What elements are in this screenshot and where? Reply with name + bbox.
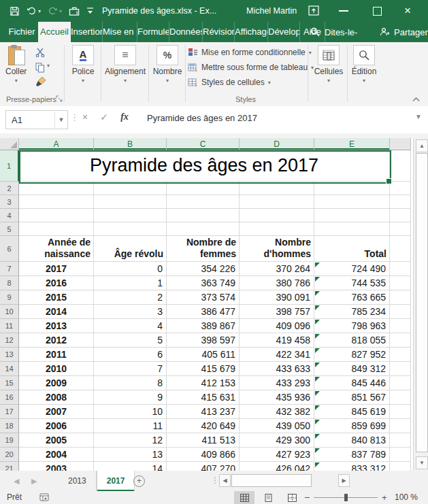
vertical-scrollbar[interactable]: ▲ ▼ (413, 138, 428, 471)
cell-D16[interactable]: 435 936 (240, 390, 314, 405)
menu-item-cell-styles[interactable]: Styles de cellules▾ (188, 75, 314, 90)
toolbox-icon[interactable] (69, 6, 80, 16)
cell-D9[interactable]: 390 091 (240, 290, 314, 305)
collapse-ribbon-chevron-icon[interactable] (412, 97, 420, 102)
cell-partial[interactable] (390, 195, 411, 209)
cell-A13[interactable]: 2011 (19, 348, 94, 362)
row-header-17[interactable]: 17 (0, 405, 19, 419)
tab-insertion[interactable]: Insertion (71, 22, 103, 42)
cell-E12[interactable]: 818 055 (314, 333, 390, 348)
cell-B2[interactable] (94, 182, 167, 195)
cell-D19[interactable]: 429 300 (240, 433, 314, 448)
cell-B16[interactable]: 9 (94, 390, 167, 405)
cell-partial[interactable] (390, 433, 411, 448)
cell-E19[interactable]: 840 813 (314, 433, 390, 448)
cell-A2[interactable] (19, 182, 94, 195)
alignment-group-button[interactable]: ≡ Alignement ▾ (103, 45, 148, 84)
cell-C5[interactable] (167, 222, 240, 236)
vertical-scrollbar-thumb[interactable] (416, 153, 428, 452)
cell-D11[interactable]: 409 096 (240, 319, 314, 333)
customize-qat-chevron-icon[interactable] (87, 7, 93, 15)
cell-D10[interactable]: 398 757 (240, 305, 314, 319)
next-sheet-arrow-icon[interactable]: ▶ (31, 477, 37, 486)
row-header-14[interactable]: 14 (0, 362, 19, 376)
cell-partial[interactable] (390, 209, 411, 222)
expand-formula-bar-chevron-icon[interactable]: ▼ (415, 113, 422, 120)
column-header-C[interactable]: C (167, 138, 240, 150)
row-header-11[interactable]: 11 (0, 319, 19, 333)
cell-B14[interactable]: 7 (94, 362, 167, 376)
cell-B21[interactable]: 14 (94, 462, 167, 471)
row-header-16[interactable]: 16 (0, 390, 19, 405)
scroll-down-arrow-icon[interactable]: ▼ (416, 456, 428, 469)
cell-B9[interactable]: 2 (94, 290, 167, 305)
cell-D20[interactable]: 427 923 (240, 448, 314, 462)
cell-C18[interactable]: 420 649 (167, 419, 240, 433)
row-header-1[interactable]: 1 (0, 150, 19, 182)
cell-D8[interactable]: 380 786 (240, 276, 314, 290)
cell-partial[interactable] (390, 419, 411, 433)
cell-C10[interactable]: 386 477 (167, 305, 240, 319)
tab-affichage[interactable]: Affichage (235, 22, 268, 42)
cell-B5[interactable] (94, 222, 167, 236)
formula-bar-content[interactable]: Pyramide des âges en 2017 (147, 113, 257, 123)
cell-D13[interactable]: 422 341 (240, 348, 314, 362)
cell-E7[interactable]: 724 490 (314, 262, 390, 276)
cell-D5[interactable] (240, 222, 314, 236)
cut-icon[interactable] (35, 48, 46, 57)
new-sheet-button[interactable]: + (133, 475, 145, 487)
copy-button[interactable]: ▾ (35, 63, 50, 73)
cell-E8[interactable]: 744 535 (314, 276, 390, 290)
scrollbar-splitter-dots[interactable]: ⋮ (211, 475, 219, 485)
row-header-19[interactable]: 19 (0, 433, 19, 448)
tab-mise-en-page[interactable]: Mise en page (103, 22, 137, 42)
insert-function-fx-icon[interactable]: fx (117, 112, 132, 122)
cell-E6-header[interactable]: Total (314, 236, 390, 262)
cell-partial[interactable] (390, 376, 411, 390)
undo-button[interactable]: ▾ (27, 6, 41, 16)
macro-record-button[interactable] (39, 493, 49, 501)
column-header-partial[interactable] (390, 138, 411, 150)
cell-D15[interactable]: 433 293 (240, 376, 314, 390)
cell-partial[interactable] (390, 276, 411, 290)
page-break-preview-button[interactable] (282, 491, 302, 504)
number-group-button[interactable]: % Nombre ▾ (150, 45, 184, 84)
cell-B19[interactable]: 12 (94, 433, 167, 448)
cell-E4[interactable] (314, 209, 390, 222)
cell-C3[interactable] (167, 195, 240, 209)
cell-C8[interactable]: 363 749 (167, 276, 240, 290)
cell-C19[interactable]: 411 513 (167, 433, 240, 448)
cell-C15[interactable]: 412 153 (167, 376, 240, 390)
cell-D6-header[interactable]: Nombre d'hommes (240, 236, 314, 262)
cell-partial[interactable] (390, 462, 411, 471)
cell-B11[interactable]: 4 (94, 319, 167, 333)
font-group-button[interactable]: A Police ▾ (67, 45, 99, 84)
tab-données[interactable]: Données (169, 22, 203, 42)
cell-A9[interactable]: 2015 (19, 290, 94, 305)
cell-A8[interactable]: 2016 (19, 276, 94, 290)
cell-D18[interactable]: 439 050 (240, 419, 314, 433)
cell-C2[interactable] (167, 182, 240, 195)
cell-C21[interactable]: 407 270 (167, 462, 240, 471)
cell-A19[interactable]: 2005 (19, 433, 94, 448)
cells-group-button[interactable]: Cellules ▾ (312, 45, 346, 84)
cell-A21[interactable]: 2003 (19, 462, 94, 471)
page-layout-view-button[interactable] (258, 491, 278, 504)
tab-accueil[interactable]: Accueil (38, 22, 71, 42)
cell-B3[interactable] (94, 195, 167, 209)
maximize-button[interactable] (373, 7, 382, 16)
scroll-up-arrow-icon[interactable]: ▲ (416, 139, 428, 152)
format-painter-icon[interactable] (35, 76, 46, 87)
cell-E18[interactable]: 859 699 (314, 419, 390, 433)
cell-partial[interactable] (390, 405, 411, 419)
row-header-9[interactable]: 9 (0, 290, 19, 305)
cell-partial[interactable] (390, 348, 411, 362)
cell-A5[interactable] (19, 222, 94, 236)
cell-A7[interactable]: 2017 (19, 262, 94, 276)
row-header-15[interactable]: 15 (0, 376, 19, 390)
cell-E20[interactable]: 837 789 (314, 448, 390, 462)
cell-C20[interactable]: 409 866 (167, 448, 240, 462)
row-header-10[interactable]: 10 (0, 305, 19, 319)
cell-E2[interactable] (314, 182, 390, 195)
cell-D17[interactable]: 432 382 (240, 405, 314, 419)
